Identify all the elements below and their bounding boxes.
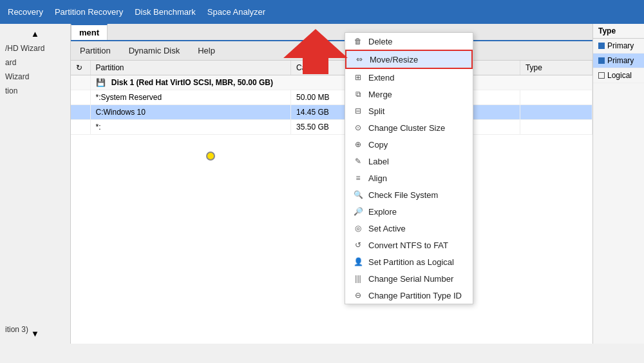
title-disk-benchmark[interactable]: Disk Benchmark (135, 7, 196, 17)
change-cluster-icon: ⊙ (353, 123, 363, 133)
context-menu-align[interactable]: ≡ Align (345, 170, 473, 186)
partition-type (520, 90, 592, 105)
set-logical-icon: 👤 (353, 257, 363, 267)
refresh-header[interactable]: ↻ (71, 61, 90, 75)
right-panel-header: Type (593, 24, 644, 39)
delete-icon: 🗑 (353, 36, 363, 46)
title-bar: Recovery Partition Recovery Disk Benchma… (0, 0, 644, 24)
context-menu-convert-ntfs[interactable]: ↺ Convert NTFS to FAT (345, 237, 473, 253)
cursor-indicator (206, 152, 219, 164)
context-menu-change-type-id[interactable]: ⊖ Change Partition Type ID (345, 287, 473, 304)
partition-header: Partition (90, 61, 291, 75)
partition-panel: ment Partition Dynamic Disk Help ↻ Parti… (71, 24, 592, 344)
sidebar-scroll-up[interactable]: ▲ (0, 26, 70, 41)
context-menu-delete[interactable]: 🗑 Delete (345, 33, 473, 50)
menu-dynamic-disk[interactable]: Dynamic Disk (125, 44, 184, 57)
explore-icon: 🔎 (353, 206, 363, 217)
sidebar-item-wizard[interactable]: Wizard (0, 70, 70, 84)
copy-icon: ⊕ (353, 139, 363, 150)
table-row[interactable]: *:System Reserved 50.00 MB 26.35 MB (71, 90, 592, 105)
menu-partition[interactable]: Partition (76, 44, 115, 57)
context-menu-merge[interactable]: ⧉ Merge (345, 86, 473, 103)
partition-name: *: (90, 120, 291, 135)
check-fs-icon: 🔍 (353, 190, 363, 200)
context-menu-set-active[interactable]: ◎ Set Active (345, 220, 473, 237)
extend-icon: ⊞ (353, 72, 363, 83)
split-icon: ⊟ (353, 106, 363, 116)
type-icon-outline-3 (598, 72, 605, 79)
right-panel: Type Primary Primary Logical (592, 24, 644, 344)
partition-name: *:System Reserved (90, 90, 291, 105)
move-resize-icon: ⇔ (354, 54, 365, 64)
type-item-3: Logical (593, 68, 644, 83)
type-icon-filled-1 (598, 43, 605, 49)
partition-type (520, 120, 592, 135)
convert-ntfs-icon: ↺ (353, 240, 363, 250)
menu-bar: Partition Dynamic Disk Help (71, 41, 592, 61)
partition-name: C:Windows 10 (90, 105, 291, 120)
partition3-label: ition 3) (5, 325, 28, 334)
context-menu-extend[interactable]: ⊞ Extend (345, 69, 473, 86)
context-menu-set-logical[interactable]: 👤 Set Partition as Logical (345, 253, 473, 270)
title-partition-recovery[interactable]: Partition Recovery (55, 7, 123, 17)
context-menu-label[interactable]: ✎ Label (345, 153, 473, 170)
merge-icon: ⧉ (353, 89, 363, 99)
change-serial-icon: ||| (353, 273, 363, 284)
sidebar: ▲ /HD Wizard ard Wizard tion ▼ (0, 24, 71, 344)
context-menu-change-serial[interactable]: ||| Change Serial Number (345, 270, 473, 287)
label-icon: ✎ (353, 156, 363, 166)
context-menu-move-resize[interactable]: ⇔ Move/Resize (345, 50, 473, 69)
tab-management[interactable]: ment (71, 24, 108, 40)
panel-tabs: ment (71, 24, 592, 41)
sidebar-item-hd-wizard[interactable]: /HD Wizard (0, 41, 70, 55)
align-icon: ≡ (353, 173, 363, 183)
title-recovery[interactable]: Recovery (8, 7, 43, 17)
sidebar-item-ard[interactable]: ard (0, 55, 70, 70)
type-header: Type (520, 61, 592, 75)
table-row[interactable]: C:Windows 10 14.45 GB 11.57 GB (71, 105, 592, 120)
context-menu-copy[interactable]: ⊕ Copy (345, 136, 473, 153)
partition-type (520, 105, 592, 120)
context-menu-explore[interactable]: 🔎 Explore (345, 203, 473, 220)
context-menu-check-fs[interactable]: 🔍 Check File System (345, 186, 473, 203)
sidebar-item-tion[interactable]: tion (0, 84, 70, 98)
partition-table: ↻ Partition Capaci sed Type 💾 Dis (71, 61, 592, 344)
context-menu: 🗑 Delete ⇔ Move/Resize ⊞ Extend ⧉ Merge … (345, 32, 473, 304)
title-space-analyzer[interactable]: Space Analyzer (207, 7, 265, 17)
cursor-dot (206, 152, 215, 161)
disk-label: 💾 Disk 1 (Red Hat VirtIO SCSI, MBR, 50.0… (90, 75, 592, 90)
set-active-icon: ◎ (353, 223, 363, 233)
menu-help[interactable]: Help (194, 44, 219, 57)
type-icon-filled-2 (598, 57, 605, 64)
change-type-id-icon: ⊖ (353, 290, 363, 300)
disk-header-row: 💾 Disk 1 (Red Hat VirtIO SCSI, MBR, 50.0… (71, 75, 592, 90)
type-item-2: Primary (593, 54, 644, 68)
table-row[interactable]: *: 35.50 GB 0 B (71, 120, 592, 135)
refresh-icon: ↻ (76, 63, 82, 72)
main-content: ▲ /HD Wizard ard Wizard tion ▼ ment Part… (0, 24, 644, 344)
type-item-1: Primary (593, 39, 644, 54)
context-menu-change-cluster[interactable]: ⊙ Change Cluster Size (345, 119, 473, 136)
context-menu-split[interactable]: ⊟ Split (345, 103, 473, 119)
